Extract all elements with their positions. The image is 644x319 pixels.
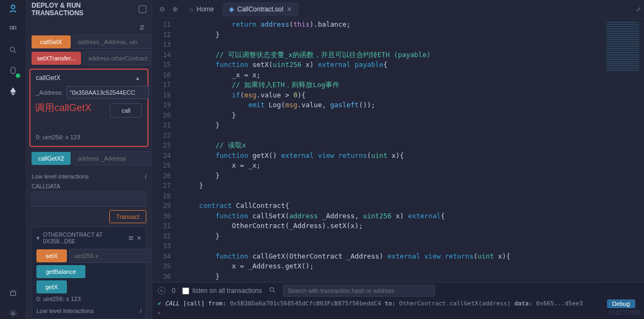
lowlevel2-title: Low level interactions: [36, 308, 94, 314]
listen-label: listen on all transactions: [193, 287, 262, 295]
svg-point-3: [10, 47, 14, 52]
callsetx-input[interactable]: [73, 35, 152, 49]
panel-title: DEPLOY & RUN TRANSACTIONS: [26, 0, 152, 19]
expand-editor-icon[interactable]: ⤢: [633, 5, 644, 13]
callgetx-address-input[interactable]: [66, 86, 149, 99]
info-icon-2[interactable]: i: [140, 308, 141, 314]
terminal-search-icon[interactable]: [269, 286, 276, 296]
svg-rect-1: [10, 27, 13, 29]
callgetx-label: callGetX: [36, 74, 60, 82]
instance-result: 0: uint256: x 123: [36, 296, 141, 302]
expand-instance-icon[interactable]: [36, 235, 40, 241]
terminal-clear-icon[interactable]: [158, 287, 165, 295]
copy-address-icon[interactable]: ⧉: [129, 235, 133, 242]
setx-input[interactable]: [69, 249, 152, 263]
terminal-search-input[interactable]: [283, 285, 435, 297]
tab-file[interactable]: ◆ CallContract.sol ✕: [222, 2, 299, 16]
svg-point-4: [12, 312, 14, 315]
settings-icon[interactable]: [8, 308, 18, 319]
callgetx-expanded: callGetX _Address: call 调用callGetX 0: ui…: [29, 69, 148, 147]
callgetx2-input[interactable]: [73, 151, 152, 165]
remix-logo-icon[interactable]: [8, 3, 18, 14]
row-expand-icon[interactable]: ⇵: [138, 24, 146, 32]
terminal-prompt-icon[interactable]: [158, 309, 162, 316]
file-explorer-icon[interactable]: [8, 24, 18, 35]
getbalance-button[interactable]: getBalance: [36, 265, 85, 278]
svg-point-5: [270, 287, 274, 291]
close-instance-icon[interactable]: ✕: [137, 235, 141, 241]
setxtransfer-input[interactable]: [83, 51, 152, 65]
calldata-input[interactable]: [32, 192, 146, 207]
deploy-icon[interactable]: [8, 86, 18, 97]
listen-checkbox[interactable]: [182, 287, 189, 295]
call-button[interactable]: call: [110, 103, 142, 118]
zoom-out-icon[interactable]: ⊖: [157, 5, 168, 13]
setxtransfer-button[interactable]: setXTransfer...: [32, 52, 81, 65]
tab-home[interactable]: ⌂ Home: [183, 2, 220, 16]
callgetx2-button[interactable]: callGetX2: [32, 152, 71, 165]
panel-link-icon[interactable]: [139, 5, 146, 13]
callsetx-button[interactable]: callSetX: [32, 35, 71, 48]
lowlevel-title: Low level interactions: [32, 173, 89, 180]
terminal-log-line[interactable]: ✔ CALL [call] from: 0x5B38Da6a701c568545…: [152, 299, 589, 308]
svg-point-0: [11, 5, 15, 9]
plugin-icon[interactable]: [8, 287, 18, 298]
info-icon[interactable]: i: [145, 173, 146, 180]
minimap[interactable]: [602, 19, 644, 282]
code-editor[interactable]: return address(this).balance; } // 可以调整状…: [176, 19, 602, 282]
setx-button[interactable]: setX: [36, 249, 67, 262]
pending-count: 0: [172, 287, 176, 295]
close-tab-icon[interactable]: ✕: [287, 5, 292, 13]
callgetx-result: 0: uint256: x 123: [36, 118, 142, 140]
debug-button[interactable]: Debug: [607, 299, 635, 308]
home-icon: ⌂: [189, 5, 193, 13]
getx-button[interactable]: getX: [36, 280, 67, 293]
callgetx-field-label: _Address:: [36, 89, 63, 96]
search-icon[interactable]: [8, 45, 18, 56]
annotation-text: 调用callGetX: [35, 101, 91, 114]
svg-rect-2: [13, 27, 16, 29]
collapse-callgetx-icon[interactable]: [133, 74, 142, 82]
solidity-file-icon: ◆: [229, 5, 234, 13]
transact-button[interactable]: Transact: [109, 210, 146, 223]
calldata-label: CALLDATA: [32, 183, 146, 189]
instance-title: OTHERCONTRACT AT 0X358...D5E: [43, 231, 122, 244]
zoom-in-icon[interactable]: ⊕: [170, 5, 181, 13]
line-gutter: 11 12 13 14 15 16 17 18 19 20 21 22 23 2…: [152, 19, 176, 282]
compile-icon[interactable]: [8, 65, 18, 76]
watermark: ©51CTO博客: [609, 309, 641, 317]
